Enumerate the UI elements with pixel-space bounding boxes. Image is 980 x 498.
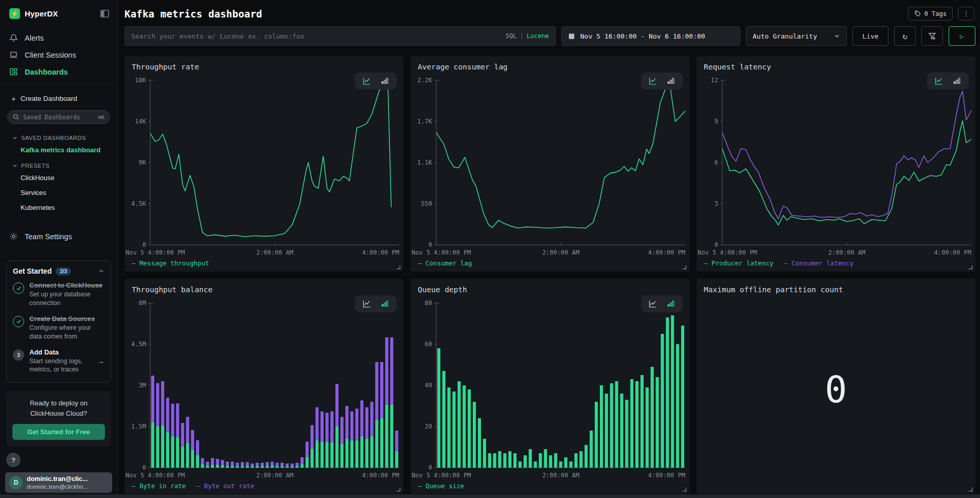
chart-area[interactable]: 01.5M3M4.5M6MNov 5 4:00:00 PM2:00:00 AM4… bbox=[124, 295, 403, 481]
bar-chart-icon[interactable] bbox=[666, 299, 676, 308]
chart-area[interactable]: 020406080Nov 5 4:00:00 PM2:00:00 AM4:00:… bbox=[411, 295, 689, 481]
dashboards-icon bbox=[9, 67, 18, 76]
sidebar-item-team-settings[interactable]: Team Settings bbox=[5, 228, 112, 245]
help-button[interactable]: ? bbox=[6, 453, 21, 467]
sidebar-item-dashboards[interactable]: Dashboards bbox=[5, 63, 112, 80]
svg-text:Nov 5 4:00:00 PM: Nov 5 4:00:00 PM bbox=[412, 472, 471, 479]
chart-legend: — Byte in rate— Byte out rate bbox=[124, 481, 403, 494]
tags-button[interactable]: 0 Tags bbox=[908, 7, 953, 21]
step-add-data[interactable]: 3 Add Data Start sending logs, metrics, … bbox=[13, 348, 104, 375]
chart-area[interactable]: 05501.1K1.7K2.2KNov 5 4:00:00 PM2:00:00 … bbox=[411, 72, 689, 258]
logo-row: ⚡ HyperDX bbox=[5, 7, 112, 19]
user-email: dominic.tran@clickho... bbox=[27, 484, 88, 490]
chart-area[interactable]: 04.5K9K14K18KNov 5 4:00:00 PM2:00:00 AM4… bbox=[124, 72, 403, 258]
panel-throughput-rate: Throughput rate 04.5K9K14K18KNov 5 4:00:… bbox=[124, 56, 403, 272]
calendar-icon bbox=[568, 32, 575, 40]
chart-legend: — Queue size bbox=[411, 481, 689, 494]
svg-text:4:00:00 PM: 4:00:00 PM bbox=[934, 249, 971, 256]
sidebar-item-clickhouse[interactable]: ClickHouse bbox=[5, 172, 112, 187]
chevron-down-icon bbox=[12, 135, 17, 140]
lucene-toggle[interactable]: Lucene bbox=[527, 32, 549, 40]
svg-text:4.5K: 4.5K bbox=[131, 200, 147, 207]
live-button[interactable]: Live bbox=[852, 26, 888, 46]
saved-dashboards-search-input[interactable]: Saved Dashboards ⌘K bbox=[7, 110, 110, 124]
get-started-free-button[interactable]: Get Started for Free bbox=[12, 424, 105, 440]
saved-dashboards-section-header[interactable]: SAVED DASHBOARDS bbox=[5, 131, 112, 144]
svg-text:0: 0 bbox=[429, 241, 432, 248]
get-started-header[interactable]: Get Started 2/3 bbox=[13, 267, 104, 275]
sidebar-item-alerts[interactable]: Alerts bbox=[5, 29, 112, 46]
panel-title: Throughput balance bbox=[124, 279, 403, 295]
resize-handle[interactable] bbox=[683, 488, 686, 491]
sidebar-collapse-icon[interactable] bbox=[100, 10, 109, 17]
step-connect-clickhouse[interactable]: Connect to ClickHouse Set up your databa… bbox=[13, 281, 104, 308]
presets-section-header[interactable]: PRESETS bbox=[5, 159, 112, 172]
step-create-data-sources[interactable]: Create Data Sources Configure where your… bbox=[13, 315, 104, 341]
refresh-button[interactable]: ↻ bbox=[894, 26, 916, 46]
more-options-button[interactable]: ⋮ bbox=[958, 7, 974, 21]
line-chart-icon[interactable] bbox=[362, 77, 372, 85]
line-chart-icon[interactable] bbox=[648, 299, 658, 308]
query-language-toggle: SQL|Lucene bbox=[506, 32, 549, 40]
chart-type-toggle bbox=[355, 295, 397, 312]
chevron-down-icon bbox=[834, 33, 840, 39]
search-placeholder: Search your events w/ Lucene ex. column:… bbox=[131, 32, 501, 40]
filter-button[interactable] bbox=[921, 26, 943, 46]
svg-text:Nov 5 4:00:00 PM: Nov 5 4:00:00 PM bbox=[698, 249, 757, 256]
legend-item: — Byte in rate bbox=[132, 482, 186, 490]
legend-item: — Consumer lag bbox=[418, 259, 472, 267]
chart-area[interactable]: 036912Nov 5 4:00:00 PM2:00:00 AM4:00:00 … bbox=[697, 72, 975, 258]
sidebar-item-services[interactable]: Services bbox=[5, 187, 112, 202]
filter-icon bbox=[928, 32, 936, 40]
resize-handle[interactable] bbox=[397, 265, 400, 269]
user-menu[interactable]: D dominic.tran@clic... dominic.tran@clic… bbox=[5, 472, 112, 493]
svg-text:1.1K: 1.1K bbox=[417, 159, 433, 166]
svg-text:550: 550 bbox=[421, 200, 432, 207]
sidebar-item-client-sessions[interactable]: Client Sessions bbox=[5, 46, 112, 63]
search-icon bbox=[13, 114, 20, 120]
event-search-input[interactable]: Search your events w/ Lucene ex. column:… bbox=[124, 26, 556, 46]
panel-title: Average consumer lag bbox=[411, 56, 689, 72]
resize-handle[interactable] bbox=[397, 488, 400, 491]
granularity-select[interactable]: Auto Granularity bbox=[746, 26, 847, 46]
horizontal-scrollbar[interactable] bbox=[0, 494, 980, 498]
sidebar-item-kafka-dashboard[interactable]: Kafka metrics dashboard bbox=[5, 144, 112, 159]
divider bbox=[0, 84, 117, 85]
panel-average-consumer-lag: Average consumer lag 05501.1K1.7K2.2KNov… bbox=[411, 56, 689, 272]
run-query-button[interactable]: ▷ bbox=[949, 26, 975, 46]
svg-text:80: 80 bbox=[425, 299, 432, 307]
line-chart-icon[interactable] bbox=[362, 299, 372, 308]
svg-text:1.5M: 1.5M bbox=[131, 423, 146, 430]
svg-text:0: 0 bbox=[142, 241, 146, 248]
line-chart-icon[interactable] bbox=[648, 77, 658, 85]
bar-chart-icon[interactable] bbox=[380, 299, 390, 308]
page-title: Kafka metrics dashboard bbox=[124, 8, 262, 20]
bar-chart-icon[interactable] bbox=[380, 77, 390, 85]
gear-icon bbox=[9, 232, 18, 241]
check-circle-icon bbox=[13, 316, 24, 327]
sidebar-item-kubernetes[interactable]: Kubernetes bbox=[5, 202, 112, 217]
svg-text:6: 6 bbox=[715, 159, 718, 166]
chart-type-toggle bbox=[641, 295, 683, 312]
svg-text:2:00:00 AM: 2:00:00 AM bbox=[828, 249, 865, 256]
hyperdx-app: ⚡ HyperDX Alerts Client Sessions Dashboa… bbox=[0, 0, 980, 498]
arrow-right-icon: → bbox=[97, 357, 104, 365]
bar-chart-icon[interactable] bbox=[666, 77, 676, 85]
resize-handle[interactable] bbox=[969, 265, 972, 269]
svg-text:14K: 14K bbox=[135, 118, 146, 125]
chevron-down-icon bbox=[12, 163, 17, 168]
step-number-badge: 3 bbox=[13, 349, 24, 361]
create-dashboard-button[interactable]: + Create Dashboard bbox=[5, 89, 112, 107]
svg-text:2.2K: 2.2K bbox=[417, 77, 433, 84]
date-range-picker[interactable]: Nov 5 16:00:00 - Nov 6 16:00:00 bbox=[561, 26, 740, 46]
sql-toggle[interactable]: SQL bbox=[506, 32, 517, 40]
svg-text:0: 0 bbox=[429, 464, 432, 471]
hyperdx-logo-icon: ⚡ bbox=[9, 8, 20, 19]
spacer bbox=[5, 383, 112, 385]
svg-text:Nov 5 4:00:00 PM: Nov 5 4:00:00 PM bbox=[126, 249, 185, 256]
resize-handle[interactable] bbox=[969, 488, 972, 491]
line-chart-icon[interactable] bbox=[934, 77, 944, 85]
bar-chart-icon[interactable] bbox=[952, 77, 962, 85]
resize-handle[interactable] bbox=[683, 265, 686, 269]
svg-text:9: 9 bbox=[715, 118, 718, 125]
